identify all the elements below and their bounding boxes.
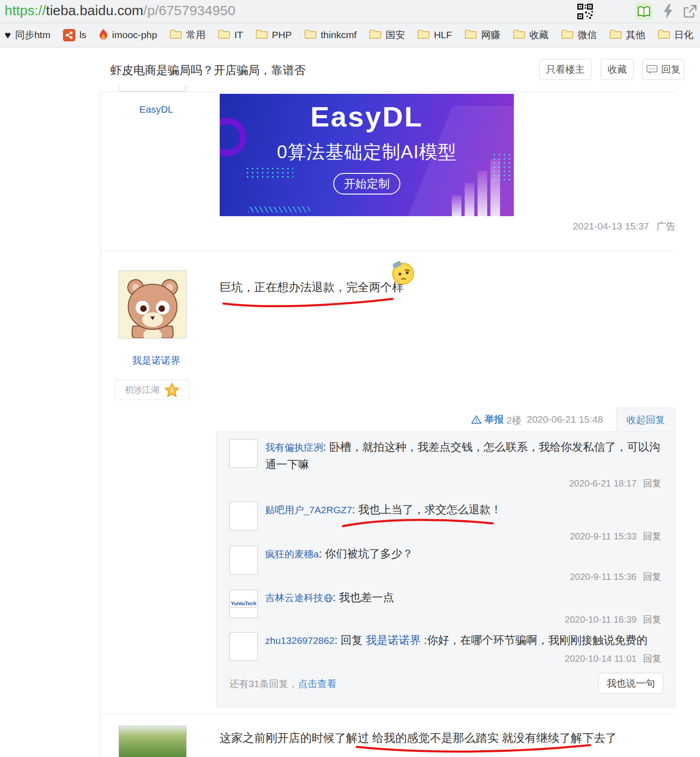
reply-text: 吉林云途科技: 我也差一点: [265, 589, 661, 606]
bookmark-label: 同步htm: [15, 29, 51, 41]
bookmark-item[interactable]: thinkcmf: [304, 29, 357, 41]
reply-date-row: 2020-10-11 16:39回复: [229, 614, 661, 626]
bookmark-label: ls: [80, 29, 86, 40]
ad-avatar-cropped: [119, 86, 186, 92]
thread-title: 虾皮电商是骗局吗？开店骗局，靠谱否: [110, 63, 306, 78]
collapse-replies-tab[interactable]: 收起回复: [616, 407, 676, 432]
next-post-avatar[interactable]: [119, 726, 187, 757]
red-underline-annotation: [220, 295, 397, 311]
banner-cta-button[interactable]: 开始定制: [333, 173, 400, 195]
folder-icon: [170, 29, 182, 41]
lightning-icon[interactable]: [659, 3, 677, 20]
reply-user-avatar[interactable]: [229, 502, 258, 530]
say-something-button[interactable]: 我也说一句: [598, 673, 663, 694]
replies-footer: 还有31条回复，点击查看 我也说一句: [229, 673, 663, 694]
heart-icon: ♥: [5, 30, 11, 40]
op-username[interactable]: 我是诺诺界: [100, 354, 212, 367]
yuntutech-logo: YuntuTech: [231, 601, 256, 608]
next-post-content: 这家之前刚开店的时候了解过 给我的感觉不是那么踏实 就没有继续了解下去了: [220, 730, 633, 746]
section-divider: [100, 92, 676, 92]
bookmark-item[interactable]: 日化: [658, 29, 694, 41]
browser-url-bar[interactable]: https://tieba.baidu.com/p/6757934950: [0, 0, 700, 23]
reply-user-avatar[interactable]: [229, 439, 258, 468]
op-avatar[interactable]: [119, 270, 187, 338]
reply-user-avatar[interactable]: YuntuTech: [229, 590, 258, 618]
section-divider: [100, 714, 676, 715]
reply-username[interactable]: zhu1326972862: [265, 635, 335, 646]
reply-action[interactable]: 回复: [643, 531, 661, 541]
reply-action[interactable]: 回复: [643, 614, 661, 625]
favorite-button[interactable]: 收藏: [601, 59, 634, 80]
view-more-link[interactable]: 点击查看: [298, 678, 336, 689]
speech-bubble-icon: [646, 65, 658, 75]
reply-text: 我有偏执症冽: 卧槽，就拍这种，我差点交钱，怎么联系，我给你发私信了，可以沟通一…: [265, 438, 661, 473]
reply-date-row: 2020-9-11 15:36回复: [229, 571, 661, 583]
sub-reply-row: YuntuTech 吉林云途科技: 我也差一点 2020-10-11 16:39…: [229, 589, 661, 626]
report-link[interactable]: 举报: [471, 413, 504, 426]
reply-user-avatar[interactable]: [229, 546, 258, 574]
section-divider: [100, 251, 676, 251]
reply-button[interactable]: 回复: [642, 59, 684, 80]
level-number: 1: [164, 386, 180, 393]
reply-username[interactable]: 疯狂的麦穗a: [265, 549, 319, 559]
only-op-button[interactable]: 只看楼主: [539, 59, 592, 80]
bookmark-label: thinkcmf: [321, 29, 357, 40]
bookmark-item[interactable]: ls: [63, 29, 86, 41]
reply-date-row: 2020-9-11 15:33回复: [229, 530, 661, 543]
ad-banner[interactable]: EasyDL 0算法基础定制AI模型 开始定制: [220, 94, 514, 216]
bookmark-item[interactable]: 常用: [170, 29, 205, 41]
mention-link[interactable]: 我是诺诺界: [366, 634, 421, 646]
reply-action[interactable]: 回复: [643, 478, 661, 488]
bookmark-item[interactable]: 网赚: [465, 29, 501, 41]
bookmark-label: HLF: [434, 29, 452, 40]
sub-reply-row: 疯狂的麦穗a: 你们被坑了多少？ 2020-9-11 15:36回复: [229, 545, 661, 583]
bookmark-item[interactable]: HLF: [417, 29, 452, 41]
bear-avatar-image: [119, 271, 186, 338]
advertiser-link[interactable]: EasyDL: [100, 104, 212, 115]
bookmark-label: 网赚: [481, 29, 501, 41]
reply-username[interactable]: 贴吧用户_7A2RGZ7: [265, 505, 352, 515]
qr-code-icon[interactable]: [576, 3, 594, 20]
reader-mode-icon[interactable]: [635, 3, 653, 20]
reply-user-avatar[interactable]: [229, 632, 258, 661]
flame-icon: [99, 28, 108, 42]
bookmark-item[interactable]: 收藏: [513, 29, 549, 41]
op-level-badge[interactable]: 初涉江湖 1: [115, 380, 189, 400]
sweat-face-emoji: [391, 260, 415, 287]
sub-reply-row: 我有偏执症冽: 卧槽，就拍这种，我差点交钱，怎么联系，我给你发私信了，可以沟通一…: [229, 438, 661, 490]
bookmark-label: 其他: [626, 29, 645, 41]
reply-action[interactable]: 回复: [643, 572, 661, 582]
folder-icon: [561, 29, 574, 41]
enterprise-globe-icon: [324, 594, 333, 602]
share-icon[interactable]: [681, 3, 699, 20]
bookmark-item[interactable]: 其他: [609, 29, 645, 41]
reply-date-row: 2020-6-21 18:17回复: [229, 477, 661, 490]
folder-icon: [513, 29, 525, 41]
ad-tag: 广告: [656, 221, 676, 231]
sub-reply-row: zhu1326972862: 回复 我是诺诺界 :你好，在哪个环节骗啊，我刚刚接…: [229, 631, 661, 665]
bookmark-label: 国安: [386, 29, 405, 41]
reply-date-row: 2020-10-14 11:01回复: [229, 653, 661, 665]
bookmark-item[interactable]: imooc-php: [99, 28, 157, 42]
url-text[interactable]: https://tieba.baidu.com/p/6757934950: [5, 3, 235, 18]
bookmark-item[interactable]: ♥同步htm: [5, 29, 51, 41]
bookmark-label: 日化: [674, 29, 694, 41]
reply-username[interactable]: 我有偏执症冽: [265, 442, 323, 453]
reply-action[interactable]: 回复: [643, 654, 661, 664]
url-scheme: https://: [5, 3, 46, 18]
folder-icon: [465, 29, 477, 41]
bookmark-item[interactable]: PHP: [256, 29, 292, 41]
more-replies: 还有31条回复，点击查看: [229, 677, 336, 690]
folder-icon: [369, 29, 381, 41]
folder-icon: [304, 29, 317, 41]
reply-text: zhu1326972862: 回复 我是诺诺界 :你好，在哪个环节骗啊，我刚刚接…: [265, 631, 661, 649]
reply-username[interactable]: 吉林云途科技: [265, 592, 323, 603]
sub-reply-row: 贴吧用户_7A2RGZ7: 我也上当了，求交怎么退款！ 2020-9-11 15…: [229, 501, 661, 543]
bookmark-item[interactable]: 微信: [561, 29, 597, 41]
reply-text: 贴吧用户_7A2RGZ7: 我也上当了，求交怎么退款！: [265, 501, 661, 518]
left-column-divider: [100, 92, 101, 757]
bookmarks-bar: ♥同步htm ls imooc-php 常用 IT PHP thinkcmf 国…: [0, 23, 700, 47]
bookmark-item[interactable]: IT: [218, 29, 243, 41]
bookmark-item[interactable]: 国安: [369, 29, 405, 41]
bookmark-label: IT: [234, 29, 243, 40]
